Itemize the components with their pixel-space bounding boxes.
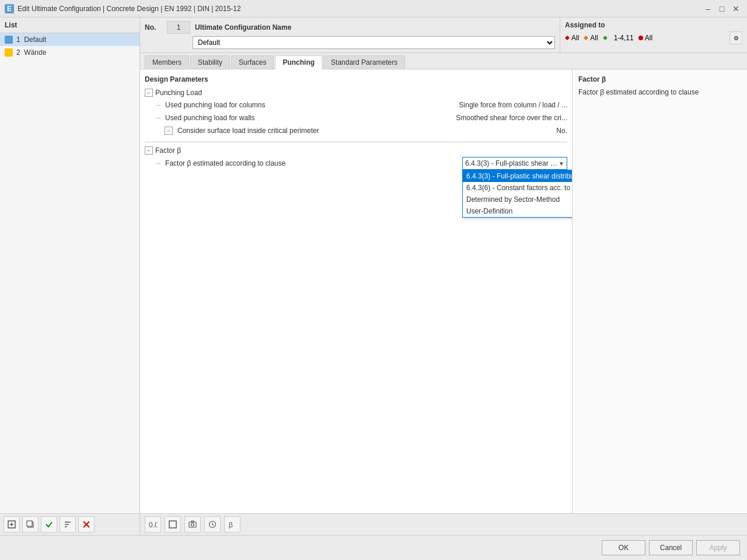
factor-beta-clause-row: ─ Factor β estimated according to clause…: [145, 156, 567, 170]
info-panel: Factor β Factor β estimated according to…: [572, 69, 747, 513]
punching-walls-label: Used punching load for walls: [165, 114, 453, 122]
svg-point-18: [191, 523, 194, 526]
tree-connector-2: ─: [156, 115, 160, 121]
surface-load-label: Consider surface load inside critical pe…: [177, 127, 554, 135]
arrow-icon-3: [603, 36, 612, 40]
svg-rect-17: [189, 522, 196, 527]
svg-rect-16: [169, 521, 176, 528]
dot-red: [638, 36, 643, 40]
window-title: Edit Ultimate Configuration | Concrete D…: [18, 5, 241, 13]
apply-button[interactable]: Apply: [696, 540, 740, 555]
sidebar-item-label-1: 1 Default: [16, 36, 46, 44]
tree-connector-1: ─: [156, 102, 160, 108]
config-name-label: Ultimate Configuration Name: [195, 23, 291, 32]
factor-beta-clause-label: Factor β estimated according to clause: [165, 159, 460, 167]
footer: OK Cancel Apply: [0, 535, 747, 560]
no-value-box: 1: [167, 21, 190, 34]
sidebar-item-default[interactable]: 1 Default: [0, 33, 139, 46]
close-button[interactable]: ✕: [729, 2, 742, 15]
main-content: Design Parameters − Punching Load ─ Used…: [140, 69, 747, 513]
svg-text:0.0: 0.0: [149, 521, 157, 528]
design-params-label: Design Parameters: [145, 74, 567, 85]
yellow-icon: [5, 48, 13, 57]
sort-button[interactable]: [60, 516, 76, 533]
factor-beta-section: − Factor β ─ Factor β estimated accordin…: [145, 145, 567, 170]
tab-standard-parameters[interactable]: Standard Parameters: [323, 55, 405, 69]
assigned-settings-btn[interactable]: ⚙: [729, 32, 742, 44]
arrow-icon-2: [584, 36, 588, 40]
assigned-range: 1-4,11: [614, 34, 634, 42]
config-name-select[interactable]: Default: [193, 36, 555, 49]
expand-punching-load[interactable]: −: [145, 89, 153, 97]
surface-load-value: No.: [556, 127, 567, 135]
tab-bar: Members Stability Surfaces Punching Stan…: [140, 53, 747, 69]
svg-marker-13: [584, 36, 588, 40]
assigned-all-3: All: [645, 34, 652, 42]
tab-punching[interactable]: Punching: [275, 55, 322, 69]
info-panel-title: Factor β: [578, 75, 741, 83]
svg-marker-12: [565, 36, 570, 40]
dropdown-option-1[interactable]: 6.4.3(3) - Full-plastic shear distributi…: [463, 170, 572, 182]
history-button[interactable]: [204, 516, 221, 533]
coordinate-button[interactable]: 0.0: [145, 516, 161, 533]
punching-load-label: Punching Load: [155, 89, 567, 97]
sidebar-toolbar: [0, 513, 139, 535]
assigned-to-panel: Assigned to All All 1-4,11: [560, 18, 747, 52]
factor-beta-dropdown[interactable]: 6.4.3(3) - Full-plastic shear distr... ▼: [462, 157, 567, 170]
no-label: No.: [145, 23, 162, 32]
punching-columns-label: Used punching load for columns: [165, 101, 456, 109]
ok-button[interactable]: OK: [602, 540, 645, 555]
dropdown-arrow-icon: ▼: [558, 160, 564, 167]
svg-text:β: β: [229, 521, 233, 528]
duplicate-button[interactable]: [22, 516, 39, 533]
dropdown-option-2[interactable]: 6.4.3(6) - Constant factors acc. to fig.…: [463, 182, 572, 194]
svg-marker-14: [603, 36, 608, 40]
app-icon: E: [5, 4, 14, 13]
sidebar-item-wande[interactable]: 2 Wände: [0, 46, 139, 59]
expand-factor-beta[interactable]: −: [145, 146, 153, 155]
new-button[interactable]: [4, 516, 20, 533]
punching-columns-value: Single force from column / load / ...: [459, 101, 567, 109]
punching-walls-expand-row: − Consider surface load inside critical …: [145, 124, 567, 137]
factor-beta-header[interactable]: − Factor β: [145, 145, 567, 156]
check-button[interactable]: [41, 516, 57, 533]
dropdown-option-4[interactable]: User-Definition: [463, 205, 572, 217]
blue-icon: [5, 36, 13, 44]
params-panel: Design Parameters − Punching Load ─ Used…: [140, 69, 572, 513]
punching-load-header[interactable]: − Punching Load: [145, 87, 567, 99]
sidebar: List 1 Default 2 Wände: [0, 18, 140, 535]
maximize-button[interactable]: □: [715, 2, 728, 15]
sidebar-item-label-2: 2 Wände: [16, 48, 46, 57]
select-button[interactable]: [165, 516, 181, 533]
camera-button[interactable]: [184, 516, 201, 533]
punching-columns-row: ─ Used punching load for columns Single …: [145, 99, 567, 111]
assigned-all-1: All: [571, 34, 579, 42]
tab-stability[interactable]: Stability: [190, 55, 230, 69]
sidebar-header: List: [0, 18, 139, 33]
factor-beta-dropdown-container: 6.4.3(3) - Full-plastic shear distr... ▼…: [462, 157, 567, 170]
punching-load-section: − Punching Load ─ Used punching load for…: [145, 87, 567, 137]
svg-rect-6: [27, 521, 32, 526]
assigned-all-2: All: [590, 34, 598, 42]
arrow-icon-1: [565, 36, 570, 40]
tab-surfaces[interactable]: Surfaces: [231, 55, 274, 69]
punching-walls-row: ─ Used punching load for walls Smoothed …: [145, 111, 567, 124]
filter-button[interactable]: β: [224, 516, 240, 533]
dropdown-selected-text: 6.4.3(3) - Full-plastic shear distr...: [465, 159, 557, 167]
delete-button[interactable]: [78, 516, 95, 533]
cancel-button[interactable]: Cancel: [649, 540, 693, 555]
tab-members[interactable]: Members: [145, 55, 189, 69]
svg-marker-19: [191, 521, 194, 522]
tree-connector-beta: ─: [156, 160, 160, 167]
right-panel: No. 1 Ultimate Configuration Name Defaul…: [140, 18, 747, 535]
svg-text:E: E: [7, 5, 12, 13]
dropdown-option-3[interactable]: Determined by Sector-Method: [463, 194, 572, 205]
info-panel-text: Factor β estimated according to clause: [578, 87, 741, 97]
factor-beta-label: Factor β: [155, 146, 567, 155]
minimize-button[interactable]: –: [701, 2, 714, 15]
expand-surface-load[interactable]: −: [165, 127, 173, 135]
bottom-toolbar: 0.0 β: [140, 513, 747, 535]
dropdown-list: 6.4.3(3) - Full-plastic shear distributi…: [462, 170, 572, 218]
title-bar: E Edit Ultimate Configuration | Concrete…: [0, 0, 747, 18]
sidebar-list: 1 Default 2 Wände: [0, 33, 139, 513]
